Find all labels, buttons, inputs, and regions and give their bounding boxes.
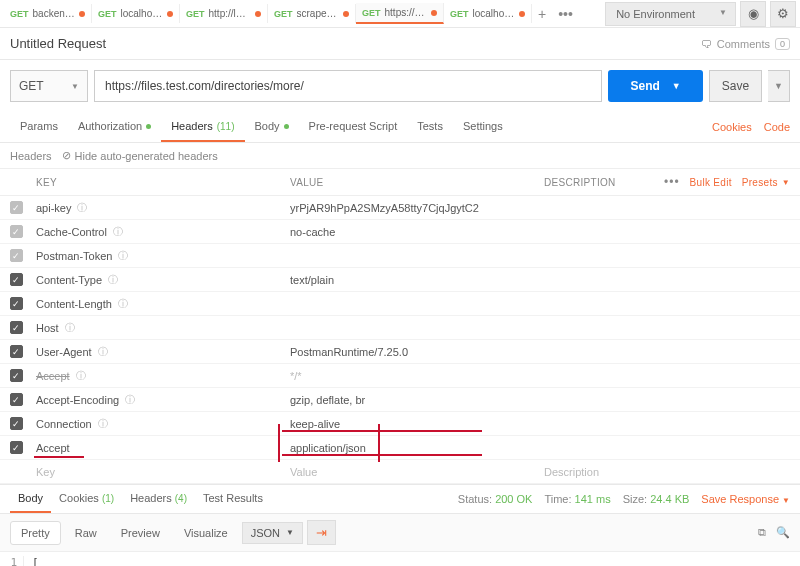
header-value[interactable]: application/json bbox=[286, 442, 540, 454]
cookies-link[interactable]: Cookies bbox=[712, 121, 752, 133]
code-link[interactable]: Code bbox=[764, 121, 790, 133]
view-preview[interactable]: Preview bbox=[111, 522, 170, 544]
settings-gear-icon[interactable]: ⚙ bbox=[770, 1, 796, 27]
copy-icon[interactable]: ⧉ bbox=[758, 526, 766, 539]
header-value[interactable]: text/plain bbox=[286, 274, 540, 286]
checkbox[interactable]: ✓ bbox=[10, 417, 23, 430]
view-raw[interactable]: Raw bbox=[65, 522, 107, 544]
header-value[interactable]: keep-alive bbox=[286, 418, 540, 430]
header-key[interactable]: Cache-Controlⓘ bbox=[32, 225, 286, 239]
header-row-new[interactable]: KeyValueDescription bbox=[0, 460, 800, 484]
save-button[interactable]: Save bbox=[709, 70, 762, 102]
checkbox[interactable]: ✓ bbox=[10, 345, 23, 358]
info-icon: ⓘ bbox=[125, 393, 135, 407]
header-value[interactable]: PostmanRuntime/7.25.0 bbox=[286, 346, 540, 358]
url-input[interactable] bbox=[94, 70, 602, 102]
col-desc-label: DESCRIPTION bbox=[540, 177, 664, 188]
header-row[interactable]: ✓ Hostⓘ bbox=[0, 316, 800, 340]
tab-tests[interactable]: Tests bbox=[407, 112, 453, 142]
wrap-lines-icon[interactable]: ⇥ bbox=[307, 520, 336, 545]
header-value[interactable]: yrPjAR9hPpA2SMzyA58tty7CjqJgytC2 bbox=[286, 202, 540, 214]
tab-params[interactable]: Params bbox=[10, 112, 68, 142]
save-response-button[interactable]: Save Response ▼ bbox=[701, 493, 790, 505]
checkbox[interactable]: ✓ bbox=[10, 297, 23, 310]
eye-off-icon: ⊘ bbox=[62, 149, 71, 162]
col-value-label: VALUE bbox=[286, 177, 540, 188]
header-row[interactable]: ✓ Accept application/json bbox=[0, 436, 800, 460]
tab-settings[interactable]: Settings bbox=[453, 112, 513, 142]
checkbox[interactable]: ✓ bbox=[10, 249, 23, 262]
header-key[interactable]: Content-Lengthⓘ bbox=[32, 297, 286, 311]
environment-quicklook-icon[interactable]: ◉ bbox=[740, 1, 766, 27]
url-row: GET▼ Send▼ Save ▼ bbox=[0, 60, 800, 112]
header-value[interactable]: gzip, deflate, br bbox=[286, 394, 540, 406]
environment-select[interactable]: No Environment bbox=[605, 2, 736, 26]
header-key[interactable]: Accept bbox=[32, 442, 286, 454]
unsaved-dot-icon bbox=[79, 11, 85, 17]
tab-body[interactable]: Body bbox=[245, 112, 299, 142]
save-dropdown[interactable]: ▼ bbox=[768, 70, 790, 102]
comments-button[interactable]: 🗨 Comments 0 bbox=[701, 38, 790, 50]
header-value[interactable]: no-cache bbox=[286, 226, 540, 238]
header-key[interactable]: api-keyⓘ bbox=[32, 201, 286, 215]
checkbox[interactable]: ✓ bbox=[10, 369, 23, 382]
header-key[interactable]: Connectionⓘ bbox=[32, 417, 286, 431]
hide-autogenerated-button[interactable]: ⊘Hide auto-generated headers bbox=[62, 149, 218, 162]
checkbox[interactable]: ✓ bbox=[10, 393, 23, 406]
tab-3[interactable]: GETscraper.g... bbox=[268, 4, 356, 23]
presets-button[interactable]: Presets▼ bbox=[742, 177, 790, 188]
tab-0[interactable]: GETbackend... bbox=[4, 4, 92, 23]
info-icon: ⓘ bbox=[108, 273, 118, 287]
language-select[interactable]: JSON▼ bbox=[242, 522, 303, 544]
header-row[interactable]: ✓ Accept-Encodingⓘ gzip, deflate, br bbox=[0, 388, 800, 412]
header-key[interactable]: Hostⓘ bbox=[32, 321, 286, 335]
headers-subheader: Headers ⊘Hide auto-generated headers bbox=[0, 143, 800, 169]
method-select[interactable]: GET▼ bbox=[10, 70, 88, 102]
tab-authorization[interactable]: Authorization bbox=[68, 112, 161, 142]
tab-1[interactable]: GETlocalhost:... bbox=[92, 4, 180, 23]
tab-5[interactable]: GETlocalhost:... bbox=[444, 4, 532, 23]
view-visualize[interactable]: Visualize bbox=[174, 522, 238, 544]
header-row[interactable]: ✓ Acceptⓘ */* bbox=[0, 364, 800, 388]
columns-more-button[interactable]: ••• bbox=[664, 175, 680, 189]
tab-prerequest[interactable]: Pre-request Script bbox=[299, 112, 408, 142]
new-tab-button[interactable]: + bbox=[532, 6, 552, 22]
tab-bar: GETbackend... GETlocalhost:... GEThttp:/… bbox=[0, 0, 800, 28]
resp-tab-tests[interactable]: Test Results bbox=[195, 485, 271, 513]
header-key[interactable]: Acceptⓘ bbox=[32, 369, 286, 383]
header-value[interactable]: */* bbox=[286, 370, 540, 382]
col-key-label: KEY bbox=[32, 177, 286, 188]
header-row[interactable]: ✓ api-keyⓘ yrPjAR9hPpA2SMzyA58tty7CjqJgy… bbox=[0, 196, 800, 220]
resp-tab-cookies[interactable]: Cookies (1) bbox=[51, 485, 122, 513]
checkbox[interactable]: ✓ bbox=[10, 273, 23, 286]
checkbox[interactable]: ✓ bbox=[10, 321, 23, 334]
header-key[interactable]: Postman-Tokenⓘ bbox=[32, 249, 286, 263]
header-row[interactable]: ✓ Cache-Controlⓘ no-cache bbox=[0, 220, 800, 244]
bulk-edit-button[interactable]: Bulk Edit bbox=[690, 177, 732, 188]
unsaved-dot-icon bbox=[431, 10, 437, 16]
header-key[interactable]: Content-Typeⓘ bbox=[32, 273, 286, 287]
header-key[interactable]: User-Agentⓘ bbox=[32, 345, 286, 359]
search-icon[interactable]: 🔍 bbox=[776, 526, 790, 539]
header-key[interactable]: Accept-Encodingⓘ bbox=[32, 393, 286, 407]
view-pretty[interactable]: Pretty bbox=[10, 521, 61, 545]
checkbox[interactable]: ✓ bbox=[10, 441, 23, 454]
tab-overflow-button[interactable]: ••• bbox=[552, 6, 579, 22]
subheader-title: Headers bbox=[10, 150, 52, 162]
checkbox[interactable]: ✓ bbox=[10, 225, 23, 238]
tab-4[interactable]: GEThttps://fil... bbox=[356, 3, 444, 24]
header-row[interactable]: ✓ User-Agentⓘ PostmanRuntime/7.25.0 bbox=[0, 340, 800, 364]
checkbox[interactable]: ✓ bbox=[10, 201, 23, 214]
resp-tab-body[interactable]: Body bbox=[10, 485, 51, 513]
tab-headers[interactable]: Headers(11) bbox=[161, 112, 244, 142]
response-tabs: Body Cookies (1) Headers (4) Test Result… bbox=[0, 484, 800, 514]
send-button[interactable]: Send▼ bbox=[608, 70, 702, 102]
header-row[interactable]: ✓ Content-Lengthⓘ bbox=[0, 292, 800, 316]
header-row[interactable]: ✓ Content-Typeⓘ text/plain bbox=[0, 268, 800, 292]
request-title-row: Untitled Request 🗨 Comments 0 bbox=[0, 28, 800, 60]
resp-tab-headers[interactable]: Headers (4) bbox=[122, 485, 195, 513]
header-row[interactable]: ✓ Connectionⓘ keep-alive bbox=[0, 412, 800, 436]
comment-icon: 🗨 bbox=[701, 38, 712, 50]
header-row[interactable]: ✓ Postman-Tokenⓘ bbox=[0, 244, 800, 268]
tab-2[interactable]: GEThttp://loc... bbox=[180, 4, 268, 23]
